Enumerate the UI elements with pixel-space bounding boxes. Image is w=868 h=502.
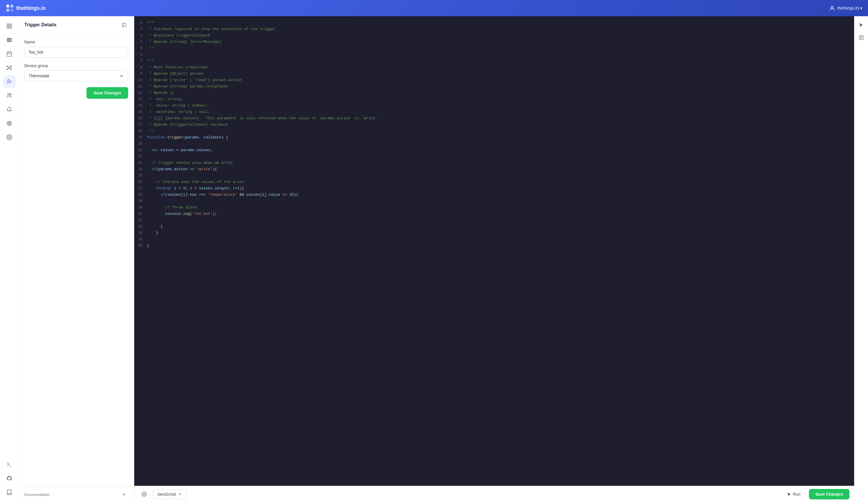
sidebar-item-palette[interactable] [3,117,16,130]
line-number: 20 [138,141,147,147]
svg-point-32 [10,122,10,123]
user-menu[interactable]: thethings.iO ▾ [829,5,862,11]
line-content[interactable]: if(values[i].key === 'temperature' && va… [147,192,851,198]
grid-icon [6,23,12,29]
line-content[interactable]: // Throw alarm [147,204,851,211]
lang-chevron-icon [178,492,182,496]
line-content[interactable]: * datetime: string | null; [147,109,851,115]
list-icon [6,37,12,43]
svg-rect-2 [6,9,9,12]
play-action-icon [859,22,864,28]
line-content[interactable]: * @param {string} [errorMessage] [147,39,851,45]
line-content[interactable]: * @param {Object} params [147,71,851,77]
line-content[interactable]: * @param {string} params.thingToken [147,83,851,90]
sidebar [0,16,19,502]
left-panel-content: Name Device group Thermostat Save Change… [19,34,134,104]
device-group-label: Device group [24,63,128,68]
svg-point-29 [10,93,11,95]
svg-line-22 [10,66,10,68]
bottom-toolbar: JavaScript Run Save Changes [134,486,854,502]
code-line: 4 * @param {string} [errorMessage] [134,39,854,45]
panel-title: Trigger Details [24,22,56,28]
line-content[interactable]: * value: string | number; [147,102,851,109]
save-changes-bottom-button[interactable]: Save Changes [809,489,849,499]
notes-icon [859,35,864,40]
people-icon [6,93,12,99]
line-content[interactable]: * key: string; [147,96,851,102]
sidebar-item-list[interactable] [3,33,16,46]
svg-marker-42 [788,492,790,496]
sidebar-item-terminal[interactable] [3,458,16,471]
line-content[interactable]: // Trigger handle only when we write [147,160,851,166]
logo[interactable]: thethings.io [6,4,46,12]
line-number: 35 [138,236,147,243]
main-layout: Trigger Details Name Device group Thermo… [0,16,868,502]
svg-point-18 [11,66,12,66]
line-content[interactable]: */ [147,45,851,52]
run-button[interactable]: Run [782,490,806,499]
line-number: 15 [138,109,147,115]
line-number: 14 [138,102,147,109]
code-line: 35 [134,236,854,243]
name-field-group: Name [24,40,128,58]
doc-panel: Documentation [19,486,134,502]
svg-point-25 [8,80,10,82]
line-content[interactable]: * @param {triggerCallback} callback [147,122,851,128]
sidebar-item-bell[interactable] [3,103,16,116]
save-changes-button[interactable]: Save Changes [86,87,128,99]
sidebar-item-calendar[interactable] [3,48,16,60]
language-select[interactable]: JavaScript [153,489,187,499]
line-content[interactable]: */ [147,128,851,134]
doc-label: Documentation [24,492,50,497]
line-content[interactable]: console.log('Too hot'); [147,211,851,217]
line-content[interactable]: * @callback triggerCallback [147,32,851,39]
device-group-field-group: Device group Thermostat [24,63,128,81]
editor-settings-button[interactable] [139,489,149,499]
svg-rect-7 [7,27,9,28]
line-number: 24 [138,166,147,173]
sidebar-item-nodes[interactable] [3,61,16,74]
line-number: 34 [138,230,147,236]
nodes-icon [6,65,12,71]
sidebar-item-github[interactable] [3,472,16,485]
svg-rect-0 [6,4,9,8]
add-doc-button[interactable] [120,490,128,499]
collapse-panel-button[interactable] [120,21,128,29]
line-content[interactable]: * @param {{ [147,90,851,96]
line-content[interactable]: * @param {'write' | 'read'} params.actio… [147,77,851,83]
svg-rect-3 [10,9,13,12]
line-content[interactable]: if(params.action == 'write'){ [147,166,851,173]
line-content[interactable]: * Main function (required) [147,64,851,71]
line-content[interactable]: // Iterate over the values of the write [147,179,851,185]
right-action-bar [854,16,868,502]
notes-action-button[interactable] [856,32,867,43]
sidebar-item-dashboard[interactable] [3,20,16,32]
device-group-select[interactable]: Thermostat [24,70,128,81]
sidebar-item-triggers[interactable] [3,75,16,88]
code-line: 13 * key: string; [134,96,854,102]
line-content[interactable]: } [147,230,851,236]
sidebar-item-gear[interactable] [3,131,16,144]
line-content[interactable]: for(var i = 0; i < values.length; ++i){ [147,185,851,192]
line-number: 2 [138,26,147,32]
run-action-button[interactable] [856,20,867,30]
line-content[interactable]: } [147,224,851,230]
code-editor[interactable]: 1/**2 * Callback required to stop the ex… [134,16,854,486]
line-number: 33 [138,224,147,230]
line-content[interactable]: function trigger(params, callback) { [147,134,851,141]
line-content[interactable]: /** [147,58,851,64]
svg-rect-6 [10,24,11,26]
sidebar-item-docs[interactable] [3,486,16,499]
name-input[interactable] [24,47,128,58]
svg-rect-37 [122,23,126,27]
line-content[interactable]: var values = params.values; [147,147,851,153]
line-content[interactable]: /** [147,20,851,26]
line-content[interactable]: * Callback required to stop the executio… [147,26,851,32]
sidebar-item-people[interactable] [3,89,16,102]
code-line: 25 [134,173,854,179]
code-line: 36} [134,243,854,249]
chevron-down-icon [119,73,124,78]
line-content[interactable]: } [147,243,851,249]
line-content[interactable]: * }[]} [params.values] - This parameter … [147,115,851,122]
code-line: 26 // Iterate over the values of the wri… [134,179,854,185]
